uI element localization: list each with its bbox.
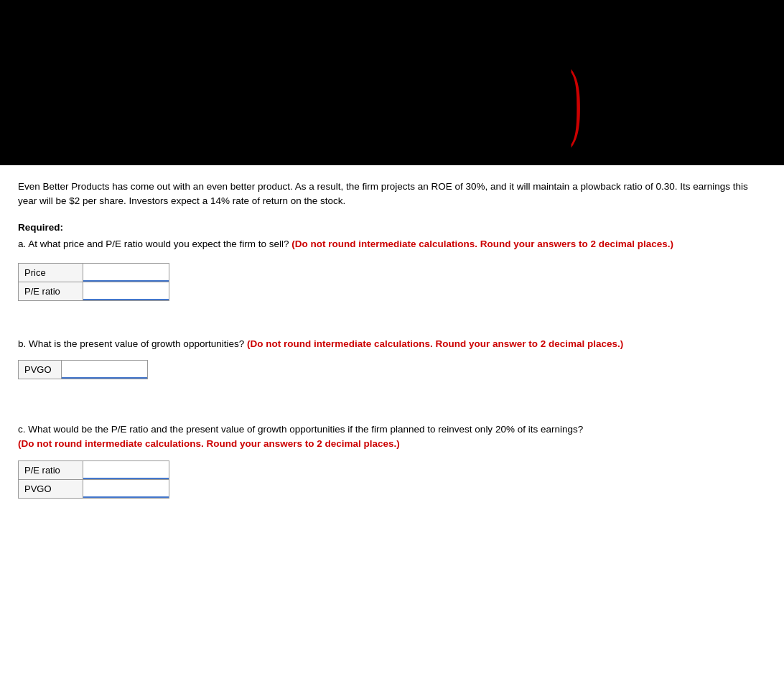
section-a-question-prefix: a. At what price and P/E ratio would you… — [18, 239, 289, 249]
black-header: ) — [0, 0, 784, 165]
section-b-question-prefix: b. What is the present value of growth o… — [18, 338, 244, 349]
section-c-question: c. What would be the P/E ratio and the p… — [18, 422, 766, 452]
price-label: Price — [19, 263, 83, 282]
section-c: c. What would be the P/E ratio and the p… — [18, 422, 766, 499]
pvgo-label-c: PVGO — [19, 479, 83, 498]
table-row: P/E ratio — [19, 460, 169, 479]
section-c-table: P/E ratio PVGO — [18, 460, 169, 499]
section-c-question-prefix: c. What would be the P/E ratio and the p… — [18, 424, 583, 435]
pvgo-input-cell-c — [83, 479, 169, 498]
section-a-question: a. At what price and P/E ratio would you… — [18, 237, 766, 251]
pe-ratio-label-c: P/E ratio — [19, 460, 83, 479]
red-bracket-symbol: ) — [570, 57, 582, 144]
pvgo-label-b: PVGO — [19, 361, 62, 379]
table-row: P/E ratio — [19, 282, 169, 300]
table-row: Price — [19, 263, 169, 282]
table-row: PVGO — [19, 361, 148, 379]
section-a-question-highlight: (Do not round intermediate calculations.… — [291, 239, 673, 249]
pe-ratio-input-a[interactable] — [83, 282, 169, 300]
required-label: Required: — [18, 222, 766, 233]
pe-ratio-input-c[interactable] — [83, 461, 169, 479]
section-b-table: PVGO — [18, 360, 148, 379]
pe-ratio-label-a: P/E ratio — [19, 282, 83, 300]
section-b: b. What is the present value of growth o… — [18, 337, 766, 379]
section-b-question-highlight: (Do not round intermediate calculations.… — [247, 338, 623, 349]
pvgo-input-c[interactable] — [83, 480, 169, 498]
section-c-question-highlight: (Do not round intermediate calculations.… — [18, 438, 400, 449]
price-input[interactable] — [83, 264, 169, 282]
section-a: a. At what price and P/E ratio would you… — [18, 237, 766, 301]
price-input-cell — [83, 263, 169, 282]
intro-paragraph: Even Better Products has come out with a… — [18, 180, 766, 209]
main-content: Even Better Products has come out with a… — [0, 165, 784, 563]
pe-ratio-input-cell-c — [83, 460, 169, 479]
table-row: PVGO — [19, 479, 169, 498]
pvgo-input-b[interactable] — [62, 361, 147, 379]
section-b-question: b. What is the present value of growth o… — [18, 337, 766, 351]
pvgo-input-cell-b — [62, 361, 148, 379]
section-a-table: Price P/E ratio — [18, 263, 169, 301]
pe-ratio-input-cell-a — [83, 282, 169, 300]
